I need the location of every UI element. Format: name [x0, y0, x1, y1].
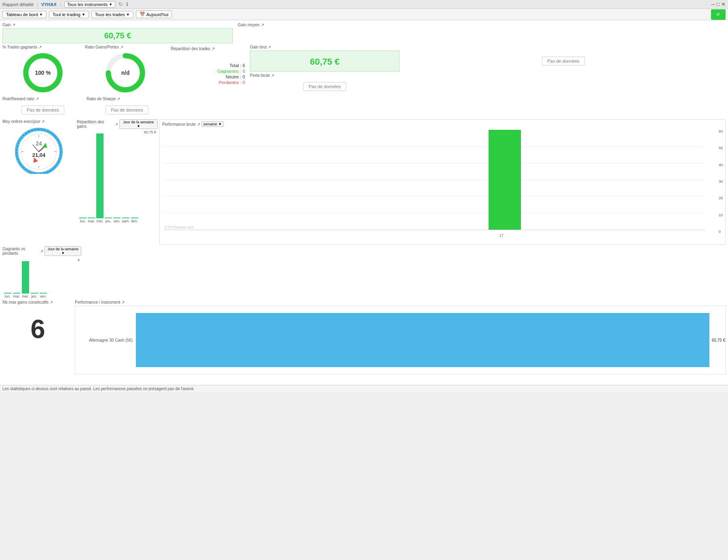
performance-instrument-card: Performance / instrument ↗ Allemagne 30 …	[75, 300, 726, 381]
row-bottom: Nb max gains consécutifs ↗ 6 Performance…	[2, 300, 726, 381]
icon-info[interactable]: ℹ	[126, 1, 128, 7]
y-axis-labels: 60 50 40 30 20 10 0	[719, 129, 723, 234]
ticker-label: VYHAX	[41, 2, 57, 7]
ratio-gains-arrow[interactable]: ↗	[120, 45, 123, 49]
ratio-gains-donut: n/d	[103, 51, 148, 95]
repartition-gains-dropdown[interactable]: Jour de la semaine ▼	[119, 119, 158, 129]
repartition-gains-max: 60,75 €	[77, 130, 158, 134]
svg-text:100 %: 100 %	[35, 70, 51, 76]
repartition-perte: Perdantes : 0	[171, 80, 245, 85]
row-ratios: Risk/Reward ratio ↗ Pas de données Ratio…	[2, 97, 726, 118]
repartition-total: Total : 6	[171, 63, 245, 68]
repartition-gains-arrow[interactable]: ↗	[115, 122, 118, 127]
trades-gagnants-card: % Trades gagnants ↗ 100 %	[2, 45, 83, 95]
repartition-neutre: Neutre : 0	[171, 74, 245, 79]
gagnants-value: 6	[2, 257, 81, 262]
gagnants-arrow[interactable]: ↗	[40, 249, 43, 254]
gain-brut-value: 60,75 €	[310, 57, 339, 67]
gain-top-card: Gain ↗ 60,75 €	[2, 23, 233, 43]
gagnants-chart: lun. mar. mer. jeu. ven.	[2, 262, 81, 298]
perf-instr-arrow[interactable]: ↗	[121, 300, 125, 304]
date-btn[interactable]: 📅 Aujourd'hui	[136, 11, 172, 18]
ratio-sharpe-arrow[interactable]: ↗	[117, 97, 120, 101]
ratio-gains-card: Ratio Gains/Pertes ↗ n/d	[85, 45, 166, 95]
dashboard-btn[interactable]: Tableau de bord ▼	[2, 11, 47, 18]
nb-max-card: Nb max gains consécutifs ↗ 6	[2, 300, 73, 348]
gain-moyen-card: Gain moyen ↗	[235, 23, 336, 43]
rapport-detail-label: Rapport détaillé	[2, 2, 34, 7]
top-bar: Rapport détaillé | VYHAX | Tous les inst…	[0, 0, 728, 9]
ratio-sharpe-no-data: Pas de données	[106, 106, 148, 114]
nb-max-value: 6	[2, 306, 73, 348]
gain-header: Gain ↗	[2, 23, 233, 27]
avatar-icon[interactable]: IT	[711, 9, 726, 20]
instrument-label: Allemagne 30 Cash (5€)	[75, 338, 136, 342]
performance-semaine-dropdown[interactable]: semaine ▼	[201, 121, 224, 127]
gain-moyen-header: Gain moyen ↗	[238, 23, 336, 27]
perf-x-label: 17	[499, 233, 504, 237]
row-charts: Moy ordres exec/jour ↗ 24	[2, 119, 726, 245]
performance-brute-card: Performance brute ↗ semaine ▼	[159, 119, 726, 245]
perf-instrument-chart-area: Allemagne 30 Cash (5€) 60,75 €	[75, 306, 726, 374]
performance-brute-arrow[interactable]: ↗	[197, 122, 200, 127]
repartition-arrow[interactable]: ↗	[212, 46, 215, 51]
top-right-no-data: Pas de données	[401, 45, 726, 77]
svg-text:n/d: n/d	[121, 70, 130, 76]
gain-value: 60,75 €	[104, 31, 131, 40]
toolbar: Tableau de bord ▼ Tout le trading ▼ Tous…	[0, 9, 728, 20]
nb-max-arrow[interactable]: ↗	[50, 300, 53, 304]
minimize-btn[interactable]: ─	[711, 1, 715, 7]
risk-reward-no-data: Pas de données	[21, 106, 64, 114]
main-content: Gain ↗ 60,75 € Gain moyen ↗ % Trades gag…	[0, 20, 728, 385]
instrument-value: 60,75 €	[709, 338, 725, 342]
trades-gagnants-arrow[interactable]: ↗	[38, 45, 42, 49]
perf-copyright: © IT-Finance.com	[165, 225, 193, 229]
instrument-bar	[136, 313, 709, 367]
gain-moyen-arrow[interactable]: ↗	[261, 23, 264, 27]
close-btn[interactable]: ✕	[721, 1, 726, 7]
repartition-gains-chart: lun. mar. mer. jeu.	[77, 134, 158, 231]
repartition-gains-card: Répartition des gains ↗ Jour de la semai…	[77, 119, 158, 231]
ratio-sharpe-card: Ratio de Sharpe ↗ Pas de données	[87, 97, 167, 118]
row-gagnants: Gagnants vs perdants ↗ Jour de la semain…	[2, 121, 83, 298]
icon-refresh[interactable]: ↻	[119, 1, 123, 7]
row-gain-top: Gain ↗ 60,75 € Gain moyen ↗	[2, 23, 726, 43]
trades-btn[interactable]: Tous les trades ▼	[91, 11, 133, 18]
repartition-gain: Gagnantes : 6	[171, 69, 245, 74]
footer: Les statistiques ci-dessus sont relative…	[0, 385, 728, 392]
trades-gagnants-donut: 100 %	[21, 51, 65, 95]
trading-btn[interactable]: Tout le trading ▼	[49, 11, 89, 18]
gagnants-dropdown[interactable]: Jour de la semaine ▼	[44, 246, 81, 256]
gain-arrow[interactable]: ↗	[12, 23, 15, 27]
maximize-btn[interactable]: □	[716, 1, 720, 7]
risk-reward-card: Risk/Reward ratio ↗ Pas de données	[2, 97, 83, 118]
gain-value-box: 60,75 €	[2, 28, 233, 43]
gain-brut-value-box: 60,75 €	[250, 51, 400, 72]
perte-brute-arrow[interactable]: ↗	[271, 73, 274, 78]
perte-brute-no-data: Pas de données	[303, 82, 346, 91]
gain-brut-card: Gain brut ↗ 60,75 € Perte brute ↗ Pas de…	[250, 45, 400, 94]
gain-brut-arrow[interactable]: ↗	[268, 45, 271, 49]
row-donuts: % Trades gagnants ↗ 100 % Ratio Gains/Pe…	[2, 45, 726, 95]
repartition-card: Répartition des trades ↗ Total : 6 Gagna…	[167, 45, 248, 87]
risk-reward-arrow[interactable]: ↗	[36, 97, 39, 101]
instruments-dropdown[interactable]: Tous les instruments ▼	[64, 1, 115, 8]
gagnants-perdants-card: Gagnants vs perdants ↗ Jour de la semain…	[2, 121, 81, 298]
